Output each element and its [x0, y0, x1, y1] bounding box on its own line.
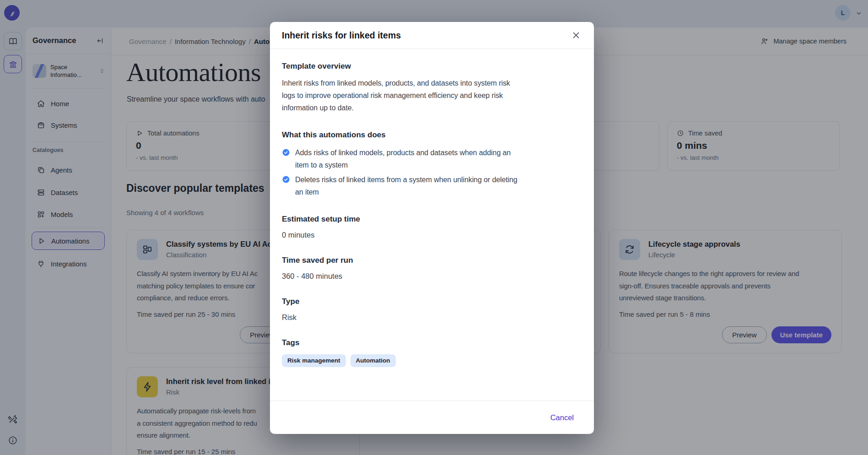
list-item: Adds risks of linked models, products an…	[282, 146, 582, 171]
overview-heading: Template overview	[282, 62, 582, 71]
tag-risk-management: Risk management	[282, 354, 346, 367]
modal-body: Template overview Inherit risks from lin…	[270, 49, 594, 401]
modal-header: Inherit risks for linked items	[270, 22, 594, 49]
setup-time-value: 0 minutes	[282, 231, 582, 239]
app-root: L Governance Spa	[0, 0, 868, 455]
cancel-button[interactable]: Cancel	[550, 413, 574, 422]
template-details-modal: Inherit risks for linked items Template …	[270, 22, 594, 434]
type-heading: Type	[282, 297, 582, 306]
time-saved-value: 360 - 480 minutes	[282, 272, 582, 281]
check-circle-icon	[282, 175, 290, 198]
type-value: Risk	[282, 313, 582, 322]
tags-row: Risk management Automation	[282, 354, 582, 367]
what-list: Adds risks of linked models, products an…	[282, 146, 582, 198]
tag-automation: Automation	[350, 354, 396, 367]
list-item: Deletes risks of linked items from a sys…	[282, 173, 582, 198]
close-button[interactable]	[570, 29, 582, 41]
close-icon	[571, 30, 581, 40]
tags-heading: Tags	[282, 338, 582, 347]
overview-text: Inherit risks from linked models, produc…	[282, 77, 582, 114]
what-heading: What this automations does	[282, 130, 582, 140]
setup-time-heading: Estimated setup time	[282, 215, 582, 224]
check-circle-icon	[282, 148, 290, 171]
modal-footer: Cancel	[270, 401, 594, 434]
time-saved-heading: Time saved per run	[282, 256, 582, 265]
modal-title: Inherit risks for linked items	[282, 30, 401, 41]
